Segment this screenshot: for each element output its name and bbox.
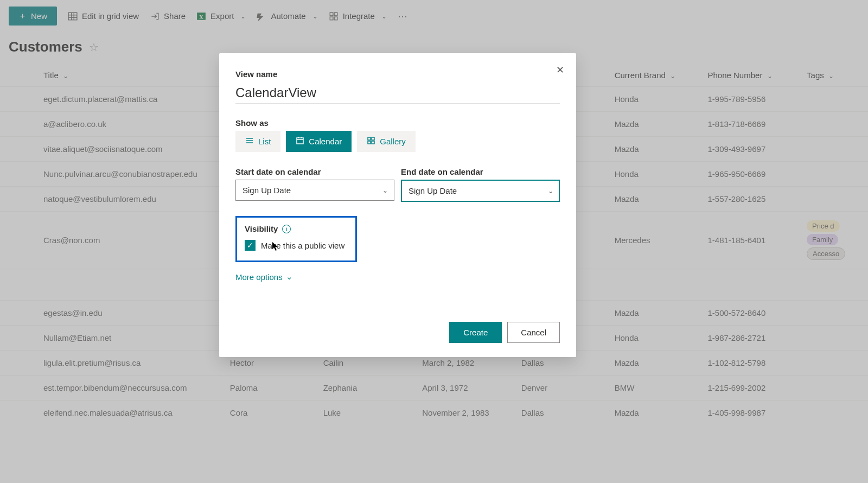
public-view-checkbox[interactable]: ✓	[245, 240, 256, 251]
close-button[interactable]: ✕	[556, 64, 564, 76]
view-name-input[interactable]	[235, 82, 560, 104]
show-as-options: List Calendar Gallery	[235, 131, 560, 152]
gallery-icon	[367, 136, 375, 147]
svg-rect-18	[368, 137, 371, 140]
start-date-select[interactable]: Sign Up Date	[235, 180, 394, 201]
svg-rect-19	[372, 137, 374, 140]
public-view-checkbox-label: Make this a public view	[261, 241, 344, 250]
svg-rect-21	[372, 141, 374, 144]
svg-rect-14	[297, 138, 303, 144]
visibility-label: Visibility	[245, 224, 278, 233]
dialog-footer: Create Cancel	[449, 322, 560, 343]
end-date-select[interactable]: Sign Up Date	[401, 180, 560, 202]
view-name-label: View name	[235, 69, 560, 79]
close-icon: ✕	[556, 65, 564, 75]
show-as-list-button[interactable]: List	[235, 131, 280, 152]
info-icon[interactable]: i	[282, 225, 291, 233]
date-fields-row: Start date on calendar Sign Up Date ⌄ En…	[235, 167, 560, 202]
svg-rect-20	[368, 141, 371, 144]
cancel-button[interactable]: Cancel	[507, 322, 560, 343]
visibility-section: Visibility i ✓ Make this a public view	[235, 216, 357, 262]
more-options-toggle[interactable]: More options ⌄	[235, 272, 560, 282]
end-date-label: End date on calendar	[401, 167, 560, 176]
create-button[interactable]: Create	[449, 322, 502, 343]
start-date-label: Start date on calendar	[235, 167, 394, 176]
calendar-icon	[296, 136, 304, 147]
list-icon	[245, 136, 254, 147]
show-as-gallery-button[interactable]: Gallery	[357, 131, 416, 152]
chevron-down-icon: ⌄	[286, 272, 293, 282]
show-as-calendar-button[interactable]: Calendar	[286, 131, 352, 152]
show-as-label: Show as	[235, 118, 560, 128]
create-view-dialog: ✕ View name Show as List Calendar Galler…	[219, 53, 576, 357]
